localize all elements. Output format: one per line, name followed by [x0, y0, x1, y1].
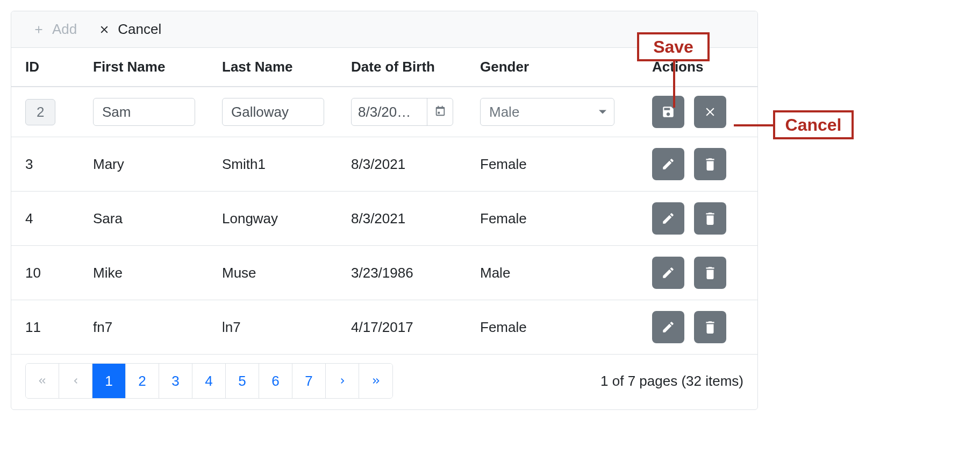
annotation-cancel-label: Cancel [773, 110, 854, 139]
cell-gender: Female [474, 192, 646, 246]
edit-button[interactable] [652, 202, 684, 235]
delete-button[interactable] [694, 202, 726, 235]
chevron-right-icon [337, 376, 348, 386]
cell-dob: 4/17/2017 [345, 300, 474, 355]
table-row: 4 Sara Longway 8/3/2021 Female [11, 192, 757, 246]
pencil-icon [661, 211, 675, 225]
calendar-button[interactable] [427, 98, 453, 125]
gender-select[interactable]: Male [480, 98, 614, 126]
plus-icon [33, 24, 45, 36]
edit-id-display: 2 [25, 99, 55, 125]
page-button-3[interactable]: 3 [159, 364, 192, 398]
chevron-down-icon [599, 110, 606, 114]
date-input[interactable] [352, 104, 427, 121]
first-page-button[interactable] [26, 364, 59, 398]
col-header-dob[interactable]: Date of Birth [345, 48, 474, 87]
cell-id: 11 [11, 300, 87, 355]
annotation-save-label: Save [637, 32, 710, 61]
data-table: ID First Name Last Name Date of Birth Ge… [11, 48, 757, 354]
trash-icon [703, 157, 717, 171]
trash-icon [703, 266, 717, 280]
col-header-last[interactable]: Last Name [216, 48, 345, 87]
cancel-label: Cancel [118, 21, 161, 38]
cell-id: 4 [11, 192, 87, 246]
pencil-icon [661, 157, 675, 171]
prev-page-button[interactable] [59, 364, 92, 398]
chevron-double-left-icon [37, 376, 48, 386]
close-icon [98, 24, 110, 36]
last-page-button[interactable] [359, 364, 392, 398]
edit-row: 2 [11, 87, 757, 137]
table-row: 10 Mike Muse 3/23/1986 Male [11, 246, 757, 300]
cell-dob: 8/3/2021 [345, 137, 474, 192]
save-button[interactable] [652, 96, 684, 128]
col-header-id[interactable]: ID [11, 48, 87, 87]
cell-gender: Female [474, 300, 646, 355]
toolbar-cancel-button[interactable]: Cancel [98, 21, 161, 38]
grid-container: Add Cancel ID First Name Last Name Date … [11, 11, 758, 410]
pager: 1 2 3 4 5 6 7 [25, 363, 393, 399]
cell-gender: Male [474, 246, 646, 300]
cell-first: Mary [87, 137, 216, 192]
cell-gender: Female [474, 137, 646, 192]
cell-last: Smith1 [216, 137, 345, 192]
delete-button[interactable] [694, 311, 726, 343]
next-page-button[interactable] [326, 364, 359, 398]
page-button-4[interactable]: 4 [192, 364, 226, 398]
col-header-gender[interactable]: Gender [474, 48, 646, 87]
delete-button[interactable] [694, 257, 726, 289]
edit-button[interactable] [652, 257, 684, 289]
page-button-5[interactable]: 5 [226, 364, 259, 398]
cell-first: fn7 [87, 300, 216, 355]
page-button-1[interactable]: 1 [92, 364, 126, 398]
pencil-icon [661, 320, 675, 334]
annotation-line [734, 124, 773, 126]
cell-last: Longway [216, 192, 345, 246]
cell-dob: 3/23/1986 [345, 246, 474, 300]
col-header-first[interactable]: First Name [87, 48, 216, 87]
data-grid: Add Cancel ID First Name Last Name Date … [11, 11, 758, 410]
page-button-6[interactable]: 6 [259, 364, 292, 398]
first-name-input[interactable] [93, 98, 195, 126]
date-input-wrap [351, 98, 453, 126]
chevron-left-icon [70, 376, 81, 386]
cell-dob: 8/3/2021 [345, 192, 474, 246]
add-button[interactable]: Add [33, 21, 77, 38]
close-icon [703, 105, 717, 119]
cell-id: 10 [11, 246, 87, 300]
grid-footer: 1 2 3 4 5 6 7 1 of 7 pages (32 items) [11, 354, 757, 409]
gender-value: Male [489, 104, 519, 121]
last-name-input[interactable] [222, 98, 324, 126]
cell-id: 3 [11, 137, 87, 192]
add-label: Add [52, 21, 77, 38]
pencil-icon [661, 266, 675, 280]
page-button-2[interactable]: 2 [126, 364, 159, 398]
calendar-icon [434, 104, 446, 121]
cancel-row-button[interactable] [694, 96, 726, 128]
page-button-7[interactable]: 7 [292, 364, 326, 398]
cell-last: ln7 [216, 300, 345, 355]
cell-first: Mike [87, 246, 216, 300]
cell-last: Muse [216, 246, 345, 300]
trash-icon [703, 211, 717, 225]
edit-button[interactable] [652, 148, 684, 180]
annotation-line [673, 61, 675, 108]
trash-icon [703, 320, 717, 334]
delete-button[interactable] [694, 148, 726, 180]
chevron-double-right-icon [370, 376, 381, 386]
edit-button[interactable] [652, 311, 684, 343]
pager-info: 1 of 7 pages (32 items) [600, 373, 743, 390]
table-row: 11 fn7 ln7 4/17/2017 Female [11, 300, 757, 355]
table-row: 3 Mary Smith1 8/3/2021 Female [11, 137, 757, 192]
cell-first: Sara [87, 192, 216, 246]
